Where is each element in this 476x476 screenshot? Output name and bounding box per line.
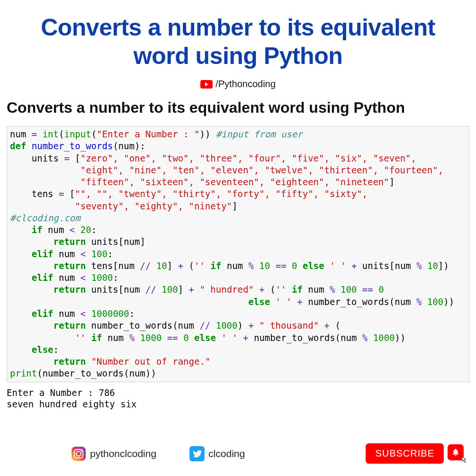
subtitle: Converts a number to its equivalent word… — [0, 96, 476, 123]
twitter-handle: clcoding — [208, 448, 245, 459]
footer: pythonclcoding clcoding SUBSCRIBE — [0, 443, 476, 464]
svg-rect-1 — [72, 447, 86, 461]
twitter-icon — [189, 446, 205, 461]
title-line-1: Converts a number to its equivalent — [41, 14, 435, 41]
output-block: Enter a Number : 786 seven hundred eight… — [7, 387, 469, 410]
page-title: Converts a number to its equivalent word… — [0, 0, 476, 75]
cursor-icon — [458, 456, 468, 466]
twitter-link[interactable]: clcoding — [189, 446, 245, 461]
output-line-2: seven hundred eighty six — [7, 399, 137, 409]
bell-button[interactable] — [448, 444, 467, 463]
svg-marker-0 — [205, 82, 208, 86]
title-line-2: word using Python — [134, 43, 342, 69]
subscribe-button[interactable]: SUBSCRIBE — [366, 443, 444, 464]
instagram-handle: pythonclcoding — [90, 448, 156, 459]
youtube-icon[interactable] — [200, 80, 213, 89]
youtube-row: /Pythoncoding — [0, 79, 476, 90]
youtube-handle[interactable]: /Pythoncoding — [216, 79, 276, 90]
svg-point-4 — [81, 450, 82, 451]
code-block: num = int(input("Enter a Number : ")) #i… — [7, 126, 469, 382]
output-line-1: Enter a Number : 786 — [7, 387, 115, 398]
instagram-link[interactable]: pythonclcoding — [71, 446, 156, 461]
instagram-icon — [71, 446, 86, 461]
